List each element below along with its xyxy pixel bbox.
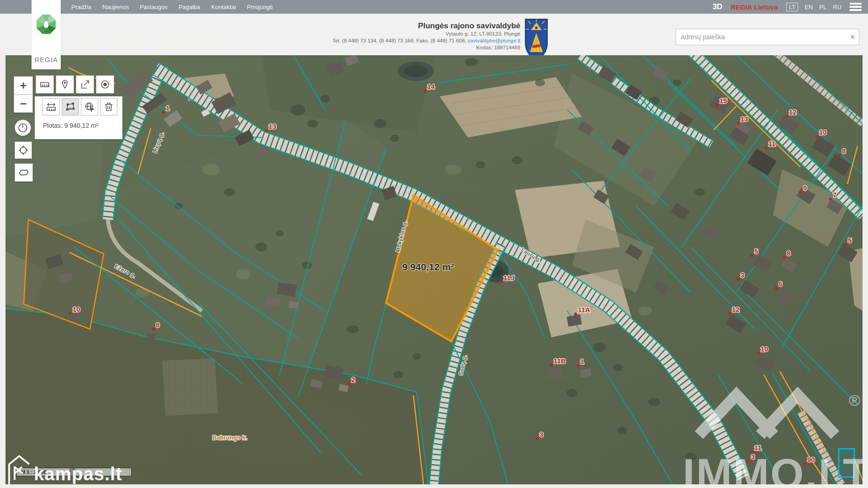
trash-icon xyxy=(103,101,114,112)
bottom-margin xyxy=(0,484,868,488)
parcel-number-label: 12 xyxy=(732,305,740,313)
registered-mark: ® xyxy=(849,392,860,409)
municipality-code: Kodas: 188714469 xyxy=(237,44,520,51)
parcel-number-label: 13 xyxy=(741,115,748,123)
parcel-number-label: 15 xyxy=(720,97,727,105)
aerial-map-canvas[interactable]: 9 940,12 m² Liepų g.Ežero g.Mokyklos g.L… xyxy=(5,55,863,484)
parcel-number-dot xyxy=(500,281,503,283)
parcel-number-label: 11 xyxy=(768,140,776,147)
page-header: Plungės rajono savivaldybė Vytauto g. 12… xyxy=(0,14,868,55)
parcel-number-dot xyxy=(775,287,778,289)
language-switcher: LT EN PL RU xyxy=(786,3,842,11)
parcel-number-label: 1 xyxy=(166,104,169,112)
measure-area-button[interactable] xyxy=(62,98,79,115)
municipality-contacts: Tel. (8 448) 73 134, (8 448) 73 166; Fak… xyxy=(237,37,520,44)
zoom-out-button[interactable]: − xyxy=(14,94,33,113)
select-point-tool-button[interactable] xyxy=(96,75,114,94)
parcel-number-dot xyxy=(716,104,719,106)
map-toolbar xyxy=(36,75,114,94)
measure-distance-button[interactable] xyxy=(42,98,60,115)
lang-pl[interactable]: PL xyxy=(819,4,826,10)
ruler-icon xyxy=(39,79,50,90)
map-pin-icon xyxy=(59,79,70,90)
lang-lt[interactable]: LT xyxy=(786,3,798,11)
parcel-number-label: 12 xyxy=(789,108,797,116)
parcel-number-dot xyxy=(152,328,155,331)
parcel-number-label: 6 xyxy=(778,280,782,288)
parcel-number-label: 9 xyxy=(803,184,807,192)
lang-en[interactable]: EN xyxy=(804,4,813,10)
lithuania-outline-icon xyxy=(17,166,30,179)
distance-ruler-icon xyxy=(46,101,57,112)
menu-item-pradzia[interactable]: Pradžia xyxy=(71,4,91,10)
parcel-number-dot xyxy=(348,383,350,385)
top-navigation-bar: Pradžia Naujienos Paslaugos Pagalba Kont… xyxy=(0,0,868,14)
topbar-right-cluster: 3D REGIA Lietuva LT EN PL RU xyxy=(713,0,862,14)
regia-logo[interactable]: REGIA xyxy=(32,0,61,69)
parcel-number-dot xyxy=(577,364,579,367)
municipality-info: Plungės rajono savivaldybė Vytauto g. 12… xyxy=(237,21,520,51)
map-viewport[interactable]: 9 940,12 m² Liepų g.Ežero g.Mokyklos g.L… xyxy=(5,55,863,484)
immo-logo-text: IMMO.LT xyxy=(683,450,863,484)
parcel-number-label: 8 xyxy=(156,321,159,329)
share-export-icon xyxy=(79,79,90,90)
menu-item-paslaugos[interactable]: Paslaugos xyxy=(140,4,168,10)
address-search-input[interactable] xyxy=(676,33,846,41)
measure-on-map-button[interactable] xyxy=(81,98,98,115)
menu-item-naujienos[interactable]: Naujienos xyxy=(102,4,129,10)
parcel-number-label: 11A xyxy=(578,306,590,314)
measure-toolbar xyxy=(42,98,117,115)
parcel-number-dot xyxy=(162,111,165,114)
area-polygon-icon xyxy=(65,101,76,112)
parcel-number-label: 3 xyxy=(741,271,744,279)
parcel-number-label: 2 xyxy=(351,376,355,383)
municipality-name: Plungės rajono savivaldybė xyxy=(237,21,520,31)
municipality-email-link[interactable]: savivaldybe@plunge.lt xyxy=(468,38,520,43)
parcel-number-label: 10 xyxy=(761,345,768,353)
parcel-number-label: 11B xyxy=(554,357,566,365)
parcel-number-label: 10 xyxy=(819,128,827,136)
parcel-area-label: 9 940,12 m² xyxy=(402,262,454,272)
parcel-number-label: 5 xyxy=(848,236,852,244)
main-menu: Pradžia Naujienos Paslaugos Pagalba Kont… xyxy=(71,0,273,14)
area-result-label: Plotas: 9 940,12 m² xyxy=(43,122,98,129)
search-clear-icon[interactable]: × xyxy=(846,29,859,45)
parcel-number-label: 14 xyxy=(427,83,435,90)
parcel-number-label: 8 xyxy=(842,147,846,155)
mode-3d-button[interactable]: 3D xyxy=(713,2,723,11)
address-search-box: × xyxy=(676,29,859,45)
kampas-logo-text: kampas.lt xyxy=(34,464,122,484)
measure-tool-button[interactable] xyxy=(36,75,54,94)
parcel-number-dot xyxy=(574,313,577,315)
time-slider-button[interactable] xyxy=(15,120,31,136)
share-tool-button[interactable] xyxy=(76,75,94,94)
hamburger-menu-icon[interactable] xyxy=(850,3,862,11)
zoom-in-button[interactable]: + xyxy=(14,76,33,94)
parcel-number-label: 3 xyxy=(540,430,543,438)
parcel-number-dot xyxy=(829,198,832,200)
parcel-number-dot xyxy=(785,115,788,118)
parcel-number-label: 11J xyxy=(503,274,514,282)
plus-icon: + xyxy=(20,79,26,93)
marker-tool-button[interactable] xyxy=(56,75,74,94)
menu-item-pagalba[interactable]: Pagalba xyxy=(179,4,201,10)
locate-me-button[interactable] xyxy=(15,142,32,159)
clear-measurement-button[interactable] xyxy=(100,98,117,115)
parcel-number-dot xyxy=(737,278,740,281)
parcel-number-dot xyxy=(765,147,767,149)
regia-logo-text: REGIA xyxy=(32,56,61,63)
parcel-number-dot xyxy=(815,135,818,138)
zoom-to-lithuania-button[interactable] xyxy=(15,163,33,182)
parcel-number-label: 13 xyxy=(269,122,276,130)
globe-cursor-icon xyxy=(84,101,95,112)
lang-ru[interactable]: RU xyxy=(833,4,842,10)
regia-lietuva-link[interactable]: REGIA Lietuva xyxy=(730,3,778,11)
measure-panel: Plotas: 9 940,12 m² xyxy=(35,96,122,139)
settlement-label: Babrungo k. xyxy=(212,434,247,441)
parcel-number-dot xyxy=(536,437,539,440)
menu-item-kontaktai[interactable]: Kontaktai xyxy=(211,4,236,10)
parcel-number-dot xyxy=(423,89,426,92)
menu-item-prisijungti[interactable]: Prisijungti xyxy=(247,4,273,10)
parcel-number-dot xyxy=(550,364,553,367)
parcel-number-dot xyxy=(799,191,802,194)
